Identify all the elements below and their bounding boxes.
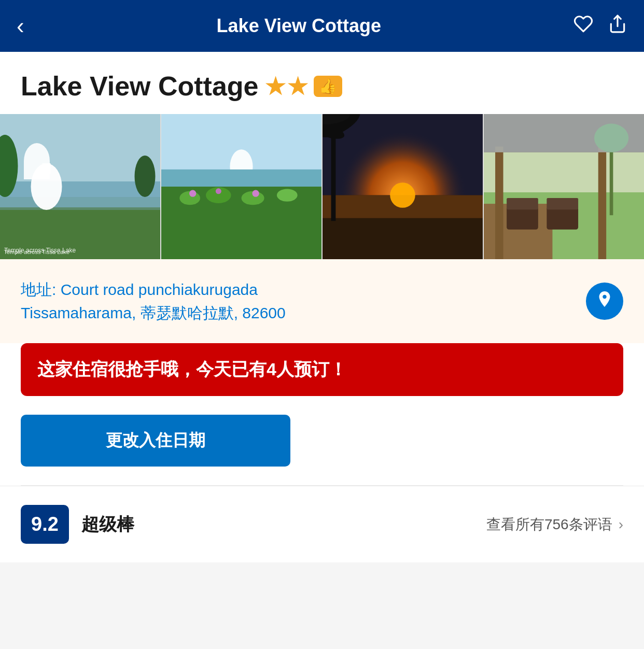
favorite-icon[interactable] — [573, 14, 593, 38]
review-count-text: 查看所有756条评语 — [486, 515, 612, 534]
svg-rect-6 — [43, 163, 51, 174]
svg-rect-38 — [507, 207, 538, 230]
star-1: ★ — [265, 73, 285, 100]
urgency-banner: 这家住宿很抢手哦，今天已有4人预订！ — [21, 343, 623, 396]
view-reviews-button[interactable]: 查看所有756条评语 › — [486, 515, 623, 534]
svg-point-22 — [252, 190, 259, 197]
change-date-button[interactable]: 更改入住日期 — [21, 415, 290, 467]
svg-rect-39 — [507, 198, 538, 209]
property-title-section: Lake View Cottage ★ ★ 👍 — [0, 52, 644, 114]
address-text: 地址: Court road punchiakurugada Tissamaha… — [21, 278, 286, 324]
svg-rect-9 — [0, 210, 160, 259]
app-header: ‹ Lake View Cottage — [0, 0, 644, 52]
svg-point-27 — [390, 182, 415, 208]
back-button[interactable]: ‹ — [17, 15, 24, 37]
svg-point-20 — [189, 190, 196, 197]
urgency-text: 这家住宿很抢手哦，今天已有4人预订！ — [37, 359, 347, 379]
main-content: Lake View Cottage ★ ★ 👍 — [0, 52, 644, 562]
svg-rect-44 — [484, 114, 644, 152]
rating-section: 9.2 超级棒 查看所有756条评语 › — [0, 486, 644, 562]
photo-gallery: Temple across Tissa Lake — [0, 114, 644, 259]
header-title: Lake View Cottage — [24, 15, 573, 37]
svg-point-5 — [31, 163, 62, 210]
svg-text:Temple across Tissa Lake: Temple across Tissa Lake — [4, 249, 70, 255]
rating-label: 超级棒 — [81, 513, 134, 537]
svg-point-21 — [216, 188, 221, 194]
svg-point-8 — [135, 156, 156, 197]
thumbs-up-icon: 👍 — [314, 76, 342, 97]
svg-rect-41 — [547, 198, 578, 209]
address-line1: Court road punchiakurugada — [61, 281, 258, 298]
property-name: Lake View Cottage — [21, 70, 259, 102]
photo-1[interactable]: Temple across Tissa Lake — [0, 114, 160, 259]
share-icon[interactable] — [608, 14, 627, 38]
star-rating: ★ ★ — [265, 73, 307, 100]
location-pin-button[interactable] — [586, 283, 623, 320]
photo-4[interactable] — [484, 114, 644, 259]
address-section: 地址: Court road punchiakurugada Tissamaha… — [0, 259, 644, 343]
header-action-icons — [573, 14, 627, 38]
chevron-right-icon: › — [619, 516, 623, 533]
rating-left: 9.2 超级棒 — [21, 505, 134, 544]
map-pin-icon — [595, 290, 614, 313]
svg-rect-40 — [547, 207, 578, 230]
svg-rect-36 — [495, 147, 503, 259]
rating-score-badge: 9.2 — [21, 505, 69, 544]
star-2: ★ — [287, 73, 307, 100]
change-date-section: 更改入住日期 — [0, 396, 644, 485]
photo-2[interactable] — [161, 114, 321, 259]
address-line2: Tissamaharama, 蒂瑟默哈拉默, 82600 — [21, 304, 286, 321]
address-label: 地址: — [21, 281, 56, 298]
photo-3[interactable] — [323, 114, 483, 259]
svg-point-19 — [277, 189, 298, 201]
svg-rect-37 — [598, 147, 606, 259]
property-title: Lake View Cottage ★ ★ 👍 — [21, 70, 623, 102]
